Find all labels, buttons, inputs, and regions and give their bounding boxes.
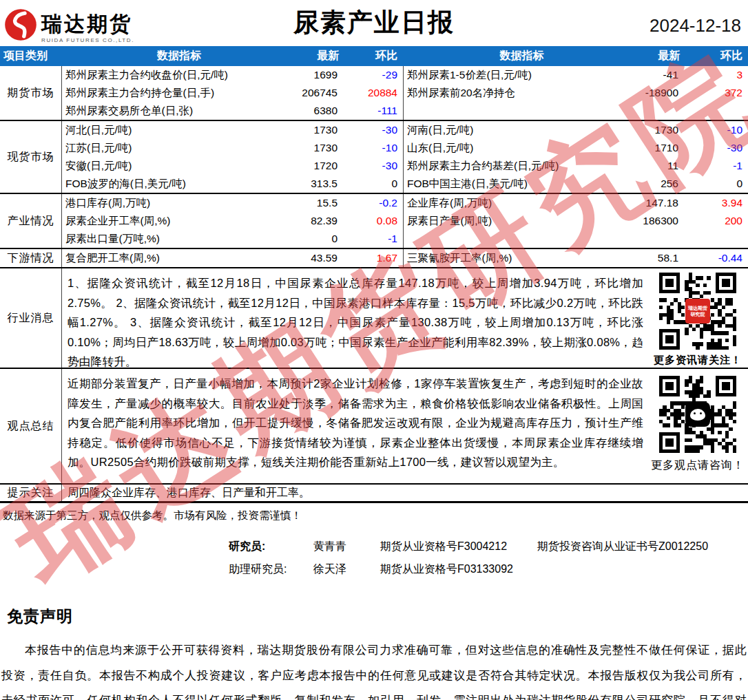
change-value: -0.2 — [344, 197, 403, 209]
news-qr-zone: 瑞达期货 研究院 更多资讯请关注！ — [647, 268, 748, 368]
researcher-cert: 期货从业资格号F03133092 — [380, 562, 537, 577]
indicator-label: 郑州尿素1-5价差(日,元/吨) — [403, 66, 641, 84]
risk-footnote: 数据来源于第三方，观点仅供参考。市场有风险，投资需谨慎！ — [0, 503, 748, 523]
change-value: 0 — [685, 178, 748, 190]
report-date: 2024-12-18 — [650, 15, 741, 36]
table-row: FOB波罗的海(日,美元/吨) 313.5 0 FOB中国主港(日,美元/吨) … — [62, 175, 748, 193]
change-value: 1.67 — [344, 252, 403, 264]
wechat-icon — [685, 402, 710, 427]
change-value: 0.08 — [344, 215, 403, 227]
researcher-name: 黄青青 — [313, 540, 380, 554]
change-value: -30 — [685, 142, 748, 154]
opinion-summary-text: 近期部分装置复产，日产量小幅增加，本周预计2家企业计划检修，1家停车装置恢复生产… — [62, 369, 647, 483]
indicator-label: 河北(日,元/吨) — [62, 123, 296, 138]
latest-value: 1720 — [296, 160, 344, 172]
table-row: 河北(日,元/吨) 1730 -30 河南(日,元/吨) 1730 -10 — [62, 121, 748, 139]
latest-value: 43.59 — [296, 252, 344, 264]
change-value: -111 — [344, 105, 403, 117]
researcher-role: 研究员: — [229, 540, 313, 554]
qr-code-news: 瑞达期货 研究院 — [659, 273, 736, 350]
researcher-row: 研究员: 黄青青 期货从业资格号F3004212 期货投资咨询从业证书号Z001… — [229, 535, 748, 558]
indicator-label: 尿素出口量(万吨,%) — [62, 232, 296, 246]
latest-value: 313.5 — [296, 178, 344, 190]
change-value: 0 — [344, 178, 403, 190]
indicator-label: 郑州尿素主力合约基差(日,元/吨) — [403, 157, 641, 175]
table-row: 尿素出口量(万吨,%) 0 -1 — [62, 230, 748, 248]
change-value: -10 — [685, 124, 748, 136]
researcher-role: 助理研究员: — [229, 562, 313, 577]
qr-finder-icon — [659, 432, 680, 453]
latest-value: 206745 — [296, 87, 344, 99]
section-industry-status: 产业情况 港口库存(周,万吨) 15.5 -0.2 企业库存(周,万吨) 147… — [0, 193, 748, 248]
researcher-cert: 期货从业资格号F3004212 — [380, 540, 537, 554]
qr-finder-icon — [659, 273, 680, 293]
indicator-label: 河南(日,元/吨) — [403, 121, 641, 139]
category-label: 现货市场 — [0, 121, 62, 193]
table-row: 尿素企业开工率(周,%) 82.39 0.08 尿素日产量(周,吨) 18630… — [62, 212, 748, 230]
qr-finder-icon — [659, 376, 680, 396]
report-header: 瑞达期货 RUIDA FUTURES CO.,LTD. 尿素产业日报 2024-… — [0, 0, 748, 46]
change-value: 3 — [685, 69, 748, 81]
industry-news-text: 1、据隆众资讯统计，截至12月18日，中国尿素企业总库存量147.18万吨，较上… — [62, 268, 647, 368]
table-row: 安徽(日,元/吨) 1720 -30 郑州尿素主力合约基差(日,元/吨) 11 … — [62, 157, 748, 175]
qr-finder-icon — [716, 376, 736, 396]
table-row: 复合肥开工率(周,%) 43.59 1.67 三聚氰胺开工率(周,%) 58.1… — [62, 249, 748, 267]
category-label: 下游情况 — [0, 249, 62, 267]
change-value: 200 — [685, 215, 748, 227]
latest-value: 15.5 — [296, 197, 344, 209]
qr-finder-icon — [716, 273, 736, 293]
watch-alert-text: 周四隆众企业库存、港口库存、日产量和开工率。 — [62, 485, 748, 501]
indicator-label: 尿素日产量(周,吨) — [403, 212, 641, 230]
col-header-latest-left: 最新 — [296, 49, 344, 63]
category-label: 产业情况 — [0, 194, 62, 248]
data-table: 项目类别 数据指标 最新 环比 数据指标 最新 环比 期货市场 郑州尿素主力合约… — [0, 46, 748, 503]
change-value: -1 — [344, 233, 403, 245]
indicator-label: 企业库存(周,万吨) — [403, 194, 641, 212]
change-value: -30 — [344, 124, 403, 136]
col-header-change-left: 环比 — [344, 49, 403, 63]
change-value: -30 — [344, 160, 403, 172]
researcher-block: 研究员: 黄青青 期货从业资格号F3004212 期货投资咨询从业证书号Z001… — [0, 535, 748, 581]
indicator-label: 山东(日,元/吨) — [403, 139, 641, 157]
disclaimer-title: 免责声明 — [7, 606, 748, 627]
latest-value: 58.1 — [641, 252, 685, 264]
table-row: 郑州尿素主力合约收盘价(日,元/吨) 1699 -29 郑州尿素1-5价差(日,… — [62, 66, 748, 84]
col-header-latest-right: 最新 — [641, 49, 685, 63]
latest-value: 1710 — [641, 142, 685, 154]
section-rows: 郑州尿素主力合约收盘价(日,元/吨) 1699 -29 郑州尿素1-5价差(日,… — [62, 66, 748, 120]
section-opinion-summary: 观点总结 近期部分装置复产，日产量小幅增加，本周预计2家企业计划检修，1家停车装… — [0, 368, 748, 483]
researcher-name: 徐天泽 — [313, 562, 380, 577]
latest-value: 82.39 — [296, 215, 344, 227]
section-rows: 复合肥开工率(周,%) 43.59 1.67 三聚氰胺开工率(周,%) 58.1… — [62, 249, 748, 267]
section-rows: 港口库存(周,万吨) 15.5 -0.2 企业库存(周,万吨) 147.18 3… — [62, 194, 748, 248]
section-downstream: 下游情况 复合肥开工率(周,%) 43.59 1.67 三聚氰胺开工率(周,%)… — [0, 248, 748, 267]
change-value: -0.44 — [685, 252, 748, 264]
opinion-qr-zone: 更多观点请咨询！ — [647, 369, 748, 483]
latest-value: 256 — [641, 178, 685, 190]
section-rows: 河北(日,元/吨) 1730 -30 河南(日,元/吨) 1730 -10 江苏… — [62, 121, 748, 193]
indicator-label: 郑州尿素主力合约持仓量(日,手) — [62, 86, 296, 100]
section-watch-alert: 提示关注 周四隆众企业库存、港口库存、日产量和开工率。 — [0, 483, 748, 501]
table-row: 港口库存(周,万吨) 15.5 -0.2 企业库存(周,万吨) 147.18 3… — [62, 194, 748, 212]
category-label: 期货市场 — [0, 66, 62, 120]
opinion-qr-caption: 更多观点请咨询！ — [651, 458, 745, 473]
col-header-category: 项目类别 — [0, 49, 62, 63]
latest-value: 1730 — [296, 124, 344, 136]
latest-value: 0 — [296, 233, 344, 245]
table-header-row: 项目类别 数据指标 最新 环比 数据指标 最新 环比 — [0, 46, 748, 66]
indicator-label: 港口库存(周,万吨) — [62, 196, 296, 211]
indicator-label: 郑州尿素前20名净持仓 — [403, 84, 641, 102]
indicator-label: 郑州尿素交易所仓单(日,张) — [62, 104, 296, 118]
indicator-label: 复合肥开工率(周,%) — [62, 251, 296, 266]
latest-value: 147.18 — [641, 197, 685, 209]
category-label: 行业消息 — [0, 268, 62, 368]
change-value: -1 — [685, 160, 748, 172]
table-row: 江苏(日,元/吨) 1730 -10 山东(日,元/吨) 1710 -30 — [62, 139, 748, 157]
table-row: 郑州尿素主力合约持仓量(日,手) 206745 20884 郑州尿素前20名净持… — [62, 84, 748, 102]
indicator-label: 江苏(日,元/吨) — [62, 141, 296, 156]
latest-value: 11 — [641, 160, 685, 172]
indicator-label: 郑州尿素主力合约收盘价(日,元/吨) — [62, 68, 296, 83]
col-header-indicator-left: 数据指标 — [62, 49, 296, 63]
change-value: 3.94 — [685, 197, 748, 209]
indicator-label: 尿素企业开工率(周,%) — [62, 214, 296, 229]
